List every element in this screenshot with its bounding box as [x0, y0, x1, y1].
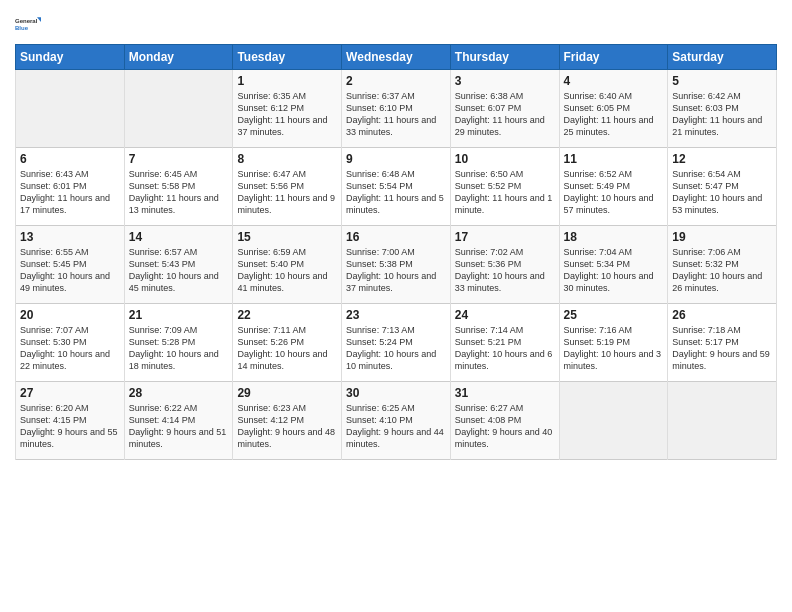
day-cell: 21Sunrise: 7:09 AM Sunset: 5:28 PM Dayli… [124, 304, 233, 382]
day-info: Sunrise: 6:59 AM Sunset: 5:40 PM Dayligh… [237, 246, 337, 295]
day-info: Sunrise: 6:52 AM Sunset: 5:49 PM Dayligh… [564, 168, 664, 217]
day-info: Sunrise: 7:11 AM Sunset: 5:26 PM Dayligh… [237, 324, 337, 373]
day-cell [668, 382, 777, 460]
col-header-friday: Friday [559, 45, 668, 70]
week-row-1: 1Sunrise: 6:35 AM Sunset: 6:12 PM Daylig… [16, 70, 777, 148]
day-info: Sunrise: 7:14 AM Sunset: 5:21 PM Dayligh… [455, 324, 555, 373]
day-cell: 27Sunrise: 6:20 AM Sunset: 4:15 PM Dayli… [16, 382, 125, 460]
day-info: Sunrise: 7:02 AM Sunset: 5:36 PM Dayligh… [455, 246, 555, 295]
day-number: 5 [672, 74, 772, 88]
day-cell: 25Sunrise: 7:16 AM Sunset: 5:19 PM Dayli… [559, 304, 668, 382]
col-header-monday: Monday [124, 45, 233, 70]
header-row: SundayMondayTuesdayWednesdayThursdayFrid… [16, 45, 777, 70]
day-info: Sunrise: 6:27 AM Sunset: 4:08 PM Dayligh… [455, 402, 555, 451]
day-cell: 17Sunrise: 7:02 AM Sunset: 5:36 PM Dayli… [450, 226, 559, 304]
day-info: Sunrise: 6:55 AM Sunset: 5:45 PM Dayligh… [20, 246, 120, 295]
day-number: 10 [455, 152, 555, 166]
day-cell: 22Sunrise: 7:11 AM Sunset: 5:26 PM Dayli… [233, 304, 342, 382]
day-number: 24 [455, 308, 555, 322]
day-cell: 7Sunrise: 6:45 AM Sunset: 5:58 PM Daylig… [124, 148, 233, 226]
day-cell [124, 70, 233, 148]
day-info: Sunrise: 6:42 AM Sunset: 6:03 PM Dayligh… [672, 90, 772, 139]
day-info: Sunrise: 6:22 AM Sunset: 4:14 PM Dayligh… [129, 402, 229, 451]
day-number: 31 [455, 386, 555, 400]
day-info: Sunrise: 7:09 AM Sunset: 5:28 PM Dayligh… [129, 324, 229, 373]
day-info: Sunrise: 6:54 AM Sunset: 5:47 PM Dayligh… [672, 168, 772, 217]
day-info: Sunrise: 7:16 AM Sunset: 5:19 PM Dayligh… [564, 324, 664, 373]
day-number: 1 [237, 74, 337, 88]
day-info: Sunrise: 6:45 AM Sunset: 5:58 PM Dayligh… [129, 168, 229, 217]
col-header-thursday: Thursday [450, 45, 559, 70]
day-cell: 3Sunrise: 6:38 AM Sunset: 6:07 PM Daylig… [450, 70, 559, 148]
day-number: 23 [346, 308, 446, 322]
logo: GeneralBlue [15, 10, 43, 38]
day-cell: 31Sunrise: 6:27 AM Sunset: 4:08 PM Dayli… [450, 382, 559, 460]
day-info: Sunrise: 6:37 AM Sunset: 6:10 PM Dayligh… [346, 90, 446, 139]
svg-text:Blue: Blue [15, 25, 29, 31]
day-number: 27 [20, 386, 120, 400]
day-cell: 14Sunrise: 6:57 AM Sunset: 5:43 PM Dayli… [124, 226, 233, 304]
day-number: 7 [129, 152, 229, 166]
day-cell: 11Sunrise: 6:52 AM Sunset: 5:49 PM Dayli… [559, 148, 668, 226]
day-cell: 18Sunrise: 7:04 AM Sunset: 5:34 PM Dayli… [559, 226, 668, 304]
week-row-2: 6Sunrise: 6:43 AM Sunset: 6:01 PM Daylig… [16, 148, 777, 226]
day-cell: 9Sunrise: 6:48 AM Sunset: 5:54 PM Daylig… [342, 148, 451, 226]
day-cell: 1Sunrise: 6:35 AM Sunset: 6:12 PM Daylig… [233, 70, 342, 148]
col-header-saturday: Saturday [668, 45, 777, 70]
day-number: 19 [672, 230, 772, 244]
week-row-3: 13Sunrise: 6:55 AM Sunset: 5:45 PM Dayli… [16, 226, 777, 304]
col-header-sunday: Sunday [16, 45, 125, 70]
day-cell: 8Sunrise: 6:47 AM Sunset: 5:56 PM Daylig… [233, 148, 342, 226]
day-number: 22 [237, 308, 337, 322]
day-cell: 20Sunrise: 7:07 AM Sunset: 5:30 PM Dayli… [16, 304, 125, 382]
day-info: Sunrise: 6:43 AM Sunset: 6:01 PM Dayligh… [20, 168, 120, 217]
day-number: 18 [564, 230, 664, 244]
day-info: Sunrise: 7:00 AM Sunset: 5:38 PM Dayligh… [346, 246, 446, 295]
day-number: 30 [346, 386, 446, 400]
day-cell [559, 382, 668, 460]
day-number: 25 [564, 308, 664, 322]
logo-icon: GeneralBlue [15, 10, 43, 38]
day-number: 20 [20, 308, 120, 322]
day-cell: 24Sunrise: 7:14 AM Sunset: 5:21 PM Dayli… [450, 304, 559, 382]
day-cell: 12Sunrise: 6:54 AM Sunset: 5:47 PM Dayli… [668, 148, 777, 226]
day-cell: 2Sunrise: 6:37 AM Sunset: 6:10 PM Daylig… [342, 70, 451, 148]
day-info: Sunrise: 6:38 AM Sunset: 6:07 PM Dayligh… [455, 90, 555, 139]
day-info: Sunrise: 6:20 AM Sunset: 4:15 PM Dayligh… [20, 402, 120, 451]
day-cell: 30Sunrise: 6:25 AM Sunset: 4:10 PM Dayli… [342, 382, 451, 460]
day-number: 13 [20, 230, 120, 244]
day-info: Sunrise: 6:35 AM Sunset: 6:12 PM Dayligh… [237, 90, 337, 139]
day-number: 8 [237, 152, 337, 166]
calendar-table: SundayMondayTuesdayWednesdayThursdayFrid… [15, 44, 777, 460]
day-cell: 15Sunrise: 6:59 AM Sunset: 5:40 PM Dayli… [233, 226, 342, 304]
day-info: Sunrise: 6:47 AM Sunset: 5:56 PM Dayligh… [237, 168, 337, 217]
day-number: 2 [346, 74, 446, 88]
day-cell: 10Sunrise: 6:50 AM Sunset: 5:52 PM Dayli… [450, 148, 559, 226]
col-header-wednesday: Wednesday [342, 45, 451, 70]
day-cell: 28Sunrise: 6:22 AM Sunset: 4:14 PM Dayli… [124, 382, 233, 460]
page: GeneralBlue SundayMondayTuesdayWednesday… [0, 0, 792, 612]
day-info: Sunrise: 6:57 AM Sunset: 5:43 PM Dayligh… [129, 246, 229, 295]
day-cell: 16Sunrise: 7:00 AM Sunset: 5:38 PM Dayli… [342, 226, 451, 304]
day-info: Sunrise: 6:48 AM Sunset: 5:54 PM Dayligh… [346, 168, 446, 217]
day-cell: 23Sunrise: 7:13 AM Sunset: 5:24 PM Dayli… [342, 304, 451, 382]
header: GeneralBlue [15, 10, 777, 38]
day-cell: 26Sunrise: 7:18 AM Sunset: 5:17 PM Dayli… [668, 304, 777, 382]
day-info: Sunrise: 6:40 AM Sunset: 6:05 PM Dayligh… [564, 90, 664, 139]
day-number: 6 [20, 152, 120, 166]
day-number: 29 [237, 386, 337, 400]
day-number: 12 [672, 152, 772, 166]
day-number: 21 [129, 308, 229, 322]
day-number: 14 [129, 230, 229, 244]
day-cell: 6Sunrise: 6:43 AM Sunset: 6:01 PM Daylig… [16, 148, 125, 226]
day-number: 15 [237, 230, 337, 244]
week-row-4: 20Sunrise: 7:07 AM Sunset: 5:30 PM Dayli… [16, 304, 777, 382]
day-info: Sunrise: 7:04 AM Sunset: 5:34 PM Dayligh… [564, 246, 664, 295]
day-cell: 5Sunrise: 6:42 AM Sunset: 6:03 PM Daylig… [668, 70, 777, 148]
day-info: Sunrise: 7:07 AM Sunset: 5:30 PM Dayligh… [20, 324, 120, 373]
day-info: Sunrise: 7:13 AM Sunset: 5:24 PM Dayligh… [346, 324, 446, 373]
day-number: 26 [672, 308, 772, 322]
day-number: 11 [564, 152, 664, 166]
day-info: Sunrise: 6:23 AM Sunset: 4:12 PM Dayligh… [237, 402, 337, 451]
day-cell [16, 70, 125, 148]
